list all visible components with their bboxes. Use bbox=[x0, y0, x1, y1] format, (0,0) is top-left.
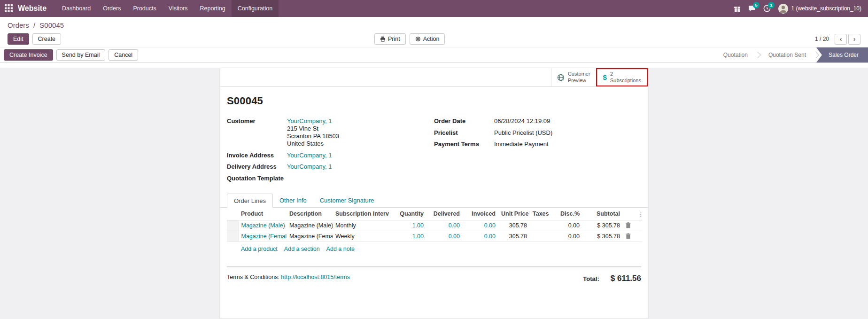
col-handle bbox=[227, 208, 238, 220]
app-brand[interactable]: Website bbox=[18, 4, 46, 13]
col-unit-price: Unit Price bbox=[498, 208, 530, 220]
breadcrumb-row: Orders / S00045 bbox=[0, 17, 868, 31]
gear-icon bbox=[415, 36, 421, 42]
edit-button[interactable]: Edit bbox=[8, 33, 29, 45]
order-title: S00045 bbox=[220, 87, 648, 107]
nav-dashboard[interactable]: Dashboard bbox=[56, 0, 97, 17]
product-link[interactable]: Magazine (Male) bbox=[241, 222, 285, 229]
status-quotation-sent[interactable]: Quotation Sent bbox=[758, 47, 816, 62]
cell-discount: 0.00 bbox=[550, 220, 582, 231]
delete-row-icon[interactable] bbox=[623, 231, 635, 241]
cell-delivered: 0.00 bbox=[426, 220, 463, 231]
col-product: Product bbox=[238, 208, 287, 220]
nav-configuration[interactable]: Configuration bbox=[232, 0, 279, 17]
col-description: Description bbox=[287, 208, 333, 220]
messages-icon[interactable]: 5 bbox=[748, 5, 756, 12]
user-menu[interactable]: 1 (website_subscription_10) bbox=[778, 4, 861, 14]
cell-invoiced: 0.00 bbox=[463, 220, 498, 231]
col-delete bbox=[623, 208, 635, 220]
payment-terms-value: Immediate Payment bbox=[494, 140, 549, 148]
add-note-link[interactable]: Add a note bbox=[326, 246, 355, 252]
subscriptions-button[interactable]: $ 2 Subscriptions bbox=[597, 69, 647, 86]
status-quotation[interactable]: Quotation bbox=[713, 47, 758, 62]
tab-order-lines[interactable]: Order Lines bbox=[227, 194, 273, 208]
notebook-tabs: Order Lines Other Info Customer Signatur… bbox=[220, 194, 648, 208]
nav-products[interactable]: Products bbox=[127, 0, 162, 17]
nav-reporting[interactable]: Reporting bbox=[194, 0, 232, 17]
cell-quantity: 1.00 bbox=[389, 231, 426, 241]
table-row[interactable]: Magazine (Female) Magazine (Female) Week… bbox=[227, 231, 642, 241]
invoice-address-link[interactable]: YourCompany, 1 bbox=[287, 152, 332, 159]
col-delivered: Delivered bbox=[426, 208, 463, 220]
pager-previous-button[interactable]: ‹ bbox=[835, 34, 847, 45]
field-delivery-address: Delivery Address YourCompany, 1 bbox=[227, 163, 434, 171]
top-navbar: Website Dashboard Orders Products Visito… bbox=[0, 0, 868, 17]
print-button[interactable]: Print bbox=[374, 33, 406, 45]
cell-quantity: 1.00 bbox=[389, 220, 426, 231]
breadcrumb: Orders / S00045 bbox=[8, 21, 64, 29]
cell-subtotal: $ 305.78 bbox=[582, 231, 623, 241]
cell-subtotal: $ 305.78 bbox=[582, 220, 623, 231]
action-button[interactable]: Action bbox=[410, 33, 445, 45]
totals-separator bbox=[227, 266, 641, 267]
subscriptions-label: Subscriptions bbox=[610, 78, 641, 84]
nav-visitors[interactable]: Visitors bbox=[163, 0, 194, 17]
statusbar: Create Invoice Send by Email Cancel Quot… bbox=[0, 47, 868, 63]
cell-discount: 0.00 bbox=[550, 231, 582, 241]
field-invoice-address: Invoice Address YourCompany, 1 bbox=[227, 152, 434, 159]
cancel-button[interactable]: Cancel bbox=[108, 49, 138, 61]
cell-unit-price: 305.78 bbox=[498, 220, 530, 231]
total-value: $ 611.56 bbox=[611, 274, 641, 283]
delivery-address-link[interactable]: YourCompany, 1 bbox=[287, 163, 332, 170]
delete-row-icon[interactable] bbox=[623, 220, 635, 231]
tab-customer-signature[interactable]: Customer Signature bbox=[313, 194, 381, 207]
gift-icon[interactable] bbox=[734, 5, 741, 12]
optional-columns-toggle-icon[interactable]: ⋮ bbox=[635, 208, 642, 220]
status-sales-order[interactable]: Sales Order bbox=[816, 47, 868, 62]
col-invoiced: Invoiced bbox=[463, 208, 498, 220]
col-subscription-interval: Subscription Interval bbox=[333, 208, 389, 220]
nav-orders[interactable]: Orders bbox=[97, 0, 127, 17]
add-section-link[interactable]: Add a section bbox=[284, 246, 320, 252]
annotation-highlight: $ 2 Subscriptions bbox=[596, 68, 648, 86]
list-add-links: Add a product Add a section Add a note bbox=[220, 242, 648, 256]
product-link[interactable]: Magazine (Female) bbox=[241, 233, 287, 240]
cell-invoiced: 0.00 bbox=[463, 231, 498, 241]
customer-city: Scranton PA 18503 bbox=[287, 132, 339, 140]
field-pricelist: Pricelist Public Pricelist (USD) bbox=[434, 129, 641, 137]
create-button[interactable]: Create bbox=[32, 33, 62, 45]
activities-icon[interactable]: 1 bbox=[763, 5, 771, 12]
tab-other-info[interactable]: Other Info bbox=[273, 194, 313, 207]
pager-counter: 1 / 20 bbox=[815, 36, 829, 42]
col-quantity: Quantity bbox=[389, 208, 426, 220]
globe-icon bbox=[557, 74, 565, 81]
breadcrumb-orders[interactable]: Orders bbox=[8, 21, 29, 29]
pricelist-value: Public Pricelist (USD) bbox=[494, 129, 552, 137]
customer-preview-button[interactable]: Customer Preview bbox=[551, 68, 596, 86]
send-by-email-button[interactable]: Send by Email bbox=[56, 49, 106, 61]
pager-next-button[interactable]: › bbox=[848, 34, 860, 45]
customer-country: United States bbox=[287, 140, 339, 148]
create-invoice-button[interactable]: Create Invoice bbox=[4, 49, 53, 61]
table-header-row: Product Description Subscription Interva… bbox=[227, 208, 642, 220]
printer-icon bbox=[380, 36, 386, 42]
cell-delivered: 0.00 bbox=[426, 231, 463, 241]
status-steps: Quotation Quotation Sent Sales Order bbox=[713, 47, 868, 62]
cell-description: Magazine (Male) bbox=[287, 220, 333, 231]
activities-badge: 1 bbox=[768, 2, 774, 8]
add-product-link[interactable]: Add a product bbox=[241, 246, 278, 252]
button-box: Customer Preview $ 2 Subscriptions bbox=[220, 68, 648, 87]
cell-taxes bbox=[530, 231, 550, 241]
total-label: Total: bbox=[583, 275, 599, 282]
apps-menu-icon[interactable] bbox=[5, 4, 13, 13]
customer-link[interactable]: YourCompany, 1 bbox=[287, 117, 332, 124]
terms-link[interactable]: http://localhost:8015/terms bbox=[281, 274, 350, 280]
table-row[interactable]: Magazine (Male) Magazine (Male) Monthly … bbox=[227, 220, 642, 231]
field-quotation-template: Quotation Template bbox=[227, 175, 434, 182]
customer-street: 215 Vine St bbox=[287, 125, 339, 132]
row-drag-handle[interactable] bbox=[227, 220, 238, 231]
cell-interval: Weekly bbox=[333, 231, 389, 241]
dollar-icon: $ bbox=[603, 73, 607, 81]
avatar bbox=[778, 4, 788, 14]
row-drag-handle[interactable] bbox=[227, 231, 238, 241]
